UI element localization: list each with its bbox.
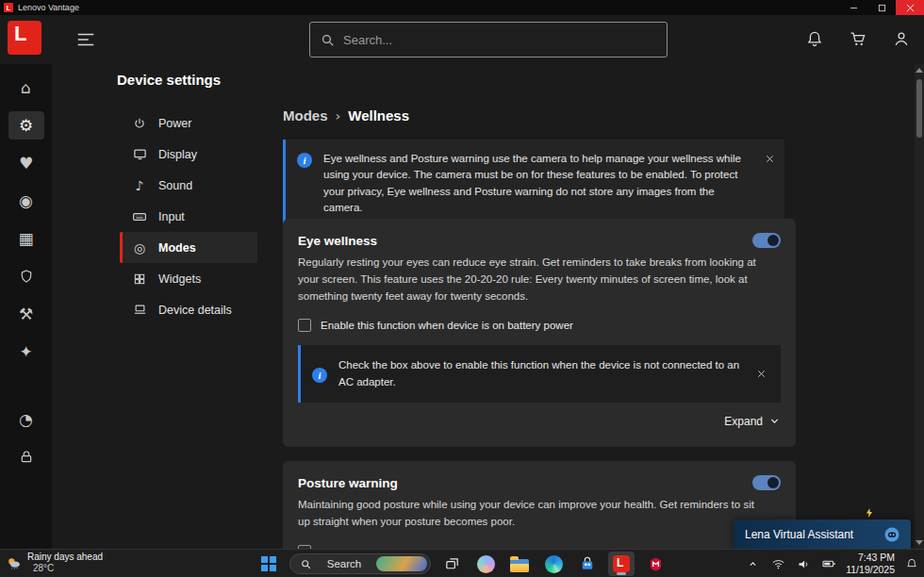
sparkle-icon: ✦ <box>19 342 32 361</box>
sound-icon: ♪ <box>132 178 147 193</box>
power-status-icon: ◉ <box>19 191 33 210</box>
search-input[interactable] <box>343 33 657 47</box>
sidebar-item-label: Modes <box>158 241 196 255</box>
search-icon <box>300 558 312 570</box>
taskbar-search[interactable]: Search <box>289 553 431 574</box>
sidebar-item-label: Sound <box>158 179 192 192</box>
sidebar-item-sound[interactable]: ♪ Sound <box>120 170 257 201</box>
device-settings-panel: Device settings Power Display ♪ Sound In… <box>52 64 283 549</box>
rail-privacy-button[interactable] <box>8 443 44 471</box>
hamburger-icon <box>75 29 96 50</box>
rail-home-button[interactable]: ⌂ <box>8 74 44 102</box>
close-icon <box>765 154 775 164</box>
microsoft-store-button[interactable] <box>574 552 601 576</box>
scroll-down-arrow[interactable] <box>916 540 923 545</box>
vertical-scrollbar[interactable] <box>915 64 924 549</box>
copilot-button[interactable] <box>472 552 499 576</box>
sidebar-item-input[interactable]: Input <box>120 201 257 232</box>
heart-icon: ♥ <box>19 154 33 173</box>
rail-apps-button[interactable]: ▦ <box>8 224 44 253</box>
camera-banner-text: Eye wellness and Posture warning use the… <box>323 151 753 216</box>
windows-logo-icon <box>261 556 276 571</box>
rail-smart-tips-button[interactable]: ✦ <box>8 338 44 366</box>
lenovo-logo[interactable]: L <box>8 21 41 55</box>
maximize-button[interactable] <box>867 0 896 15</box>
start-button[interactable] <box>256 552 282 576</box>
gear-icon: ⚙ <box>19 116 33 135</box>
store-icon <box>579 555 596 572</box>
breadcrumb-modes-link[interactable]: Modes <box>283 107 328 124</box>
sidebar-item-modes[interactable]: ◎ Modes <box>120 232 257 263</box>
battery-button[interactable] <box>820 555 837 572</box>
ac-adapter-info-banner: i Check the box above to enable this fun… <box>298 345 781 403</box>
file-explorer-button[interactable] <box>506 552 533 576</box>
sidebar-item-widgets[interactable]: Widgets <box>120 263 257 294</box>
sidebar-item-label: Display <box>158 148 197 161</box>
modes-icon: ◎ <box>132 240 147 256</box>
breadcrumb-current: Wellness <box>348 107 409 124</box>
notifications-button[interactable] <box>805 28 826 49</box>
clock[interactable]: 7:43 PM 11/19/2025 <box>846 552 895 576</box>
rail-toolbox-button[interactable]: ⚒ <box>8 300 44 328</box>
taskbar-weather-widget[interactable]: Rainy days ahead 28°C <box>6 552 103 574</box>
edge-button[interactable] <box>540 552 567 576</box>
scroll-up-arrow[interactable] <box>916 68 923 73</box>
lenovo-vantage-taskbar-button[interactable]: L <box>608 552 635 576</box>
menu-toggle-button[interactable] <box>75 28 98 51</box>
battery-power-checkbox-row: Enable this function when device is on b… <box>298 319 781 332</box>
rail-security-button[interactable] <box>8 262 44 290</box>
weather-temperature: 28°C <box>27 563 103 574</box>
ac-banner-text: Check the box above to enable this funct… <box>338 357 744 390</box>
ac-banner-close-button[interactable] <box>756 367 771 382</box>
lena-virtual-assistant[interactable]: Lena Virtual Assistant <box>734 519 911 549</box>
rail-wellness-button[interactable]: ♥ <box>8 149 44 177</box>
posture-warning-toggle[interactable] <box>752 475 781 490</box>
speaker-icon <box>797 557 811 571</box>
bell-icon <box>905 557 918 570</box>
sidebar-item-display[interactable]: Display <box>120 139 257 170</box>
keyboard-icon <box>132 209 147 224</box>
scrollbar-thumb[interactable] <box>916 79 922 138</box>
close-button[interactable] <box>896 0 924 15</box>
lena-label: Lena Virtual Assistant <box>745 528 853 541</box>
power-icon <box>132 116 147 131</box>
rail-performance-button[interactable]: ◔ <box>8 405 44 434</box>
banner-close-button[interactable] <box>765 151 775 166</box>
cart-icon <box>849 29 867 48</box>
account-button[interactable] <box>892 28 913 49</box>
network-button[interactable] <box>769 555 786 572</box>
clock-time: 7:43 PM <box>846 552 895 564</box>
sidebar-item-power[interactable]: Power <box>120 107 257 139</box>
bolt-icon <box>864 506 875 519</box>
task-view-button[interactable] <box>438 552 465 576</box>
minimize-button[interactable] <box>839 0 867 15</box>
hidden-icons-button[interactable] <box>744 555 761 572</box>
sidebar-item-label: Power <box>158 117 191 130</box>
notification-center-button[interactable] <box>903 555 920 572</box>
search-highlight-image <box>376 556 427 571</box>
lock-icon <box>19 450 34 465</box>
search-box[interactable] <box>309 22 668 58</box>
window-titlebar: L Lenovo Vantage <box>0 0 924 15</box>
rail-power-button[interactable]: ◉ <box>8 187 44 215</box>
settings-nav: Power Display ♪ Sound Input ◎ Modes Widg… <box>120 107 257 325</box>
rail-device-settings-button[interactable]: ⚙ <box>8 111 44 140</box>
chevron-down-icon <box>768 415 781 427</box>
cart-button[interactable] <box>849 28 869 49</box>
apps-grid-icon: ▦ <box>18 229 33 248</box>
expand-control[interactable]: Expand <box>298 415 781 428</box>
expand-label: Expand <box>724 415 763 428</box>
app-header: L <box>0 15 924 64</box>
eye-wellness-toggle[interactable] <box>752 233 781 248</box>
battery-power-checkbox[interactable] <box>298 319 311 332</box>
task-view-icon <box>444 556 460 572</box>
sidebar-item-device-details[interactable]: Device details <box>120 294 257 325</box>
info-icon: i <box>297 153 312 168</box>
chevron-up-icon <box>747 558 759 570</box>
laptop-icon <box>132 303 147 318</box>
nav-rail: ⌂ ⚙ ♥ ◉ ▦ ⚒ ✦ ◔ <box>0 64 52 549</box>
user-icon <box>892 29 911 48</box>
header-actions <box>805 28 913 49</box>
volume-button[interactable] <box>795 555 812 572</box>
mcafee-button[interactable] <box>642 552 668 576</box>
